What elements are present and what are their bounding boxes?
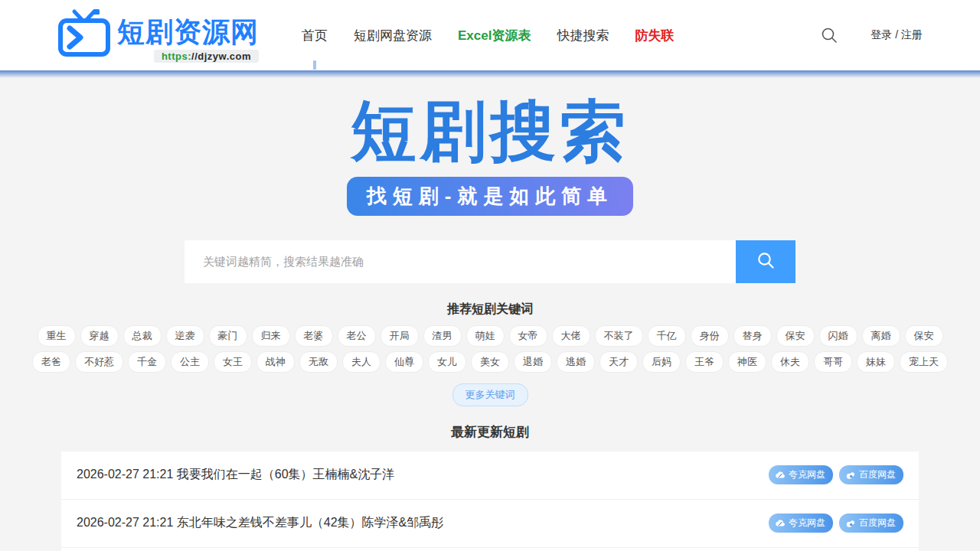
site-logo[interactable]: 短剧资源网 https://djzyw.com [57, 8, 259, 63]
latest-heading: 最新更新短剧 [0, 423, 980, 441]
keywords-heading: 推荐短剧关键词 [0, 302, 980, 318]
header: 短剧资源网 https://djzyw.com 首页短剧网盘资源Excel资源表… [0, 0, 980, 70]
keyword-tag[interactable]: 逆袭 [166, 325, 204, 347]
latest-list: 2026-02-27 21:21 我要我们在一起（60集）王楠楠&沈子洋夸克网盘… [61, 452, 919, 551]
baidu-cloud-icon [845, 470, 856, 481]
keyword-tag[interactable]: 离婚 [862, 325, 900, 347]
keyword-tag[interactable]: 千亿 [648, 325, 686, 347]
keyword-tag[interactable]: 闪婚 [819, 325, 858, 347]
latest-item-title: 2026-02-27 21:21 东北年味之差钱不差事儿（42集）陈学泽&邹禹彤 [77, 515, 443, 531]
hero-tagline: 找短剧-就是如此简单 [347, 177, 634, 216]
search-bar [185, 240, 795, 283]
keyword-tag[interactable]: 妹妹 [857, 351, 895, 373]
keyword-tag[interactable]: 豪门 [209, 325, 247, 347]
keyword-tag[interactable]: 公主 [171, 351, 209, 373]
nav-item-4[interactable]: 防失联 [635, 27, 674, 44]
keyword-tag[interactable]: 无敌 [299, 351, 338, 373]
keyword-tag[interactable]: 哥哥 [814, 351, 852, 373]
baidu-pan-button-label: 百度网盘 [859, 468, 896, 481]
baidu-cloud-icon [845, 518, 856, 529]
latest-item-row[interactable]: 2026-02-27 21:21 东北年味之差钱不差事儿（42集）陈学泽&邹禹彤… [61, 500, 919, 548]
keyword-tag[interactable]: 老公 [338, 325, 376, 347]
keyword-tag[interactable]: 替身 [733, 325, 772, 347]
keyword-tag[interactable]: 王爷 [685, 351, 724, 373]
main-nav: 首页短剧网盘资源Excel资源表快捷搜索防失联 [302, 27, 674, 44]
keyword-tag[interactable]: 萌娃 [466, 325, 505, 347]
latest-item-row[interactable]: 2026-02-27 21:21 我要我们在一起（60集）王楠楠&沈子洋夸克网盘… [61, 452, 919, 500]
quark-cloud-icon [775, 470, 786, 481]
keyword-tag[interactable]: 千金 [128, 351, 166, 373]
site-url-badge: https://djzyw.com [154, 50, 259, 63]
keyword-tag[interactable]: 归来 [252, 325, 290, 347]
keyword-tag[interactable]: 神医 [728, 351, 766, 373]
latest-item-title: 2026-02-27 21:21 我要我们在一起（60集）王楠楠&沈子洋 [77, 467, 394, 483]
login-register-link[interactable]: 登录 / 注册 [871, 28, 923, 42]
keyword-tag[interactable]: 渣男 [423, 325, 462, 347]
header-divider [0, 70, 980, 78]
hero-title: 短剧搜索 [0, 95, 980, 168]
keyword-tag[interactable]: 总裁 [123, 325, 162, 347]
quark-pan-button[interactable]: 夸克网盘 [769, 514, 833, 533]
search-input[interactable] [185, 240, 736, 283]
tv-logo-icon [57, 8, 111, 57]
keyword-tag[interactable]: 宠上天 [900, 351, 948, 373]
search-icon[interactable] [820, 26, 838, 44]
nav-item-1[interactable]: 短剧网盘资源 [354, 27, 432, 44]
keyword-tag[interactable]: 退婚 [514, 351, 552, 373]
keyword-tag[interactable]: 老婆 [295, 325, 333, 347]
quark-cloud-icon [775, 518, 786, 529]
latest-item-row[interactable]: 2026-02-27 21:21 别惹那个瞎子（61集）郑天阳&陈七七夸克网盘百… [61, 548, 919, 551]
tag-row-1: 重生穿越总裁逆袭豪门归来老婆老公开局渣男萌娃女帝大佬不装了千亿身份替身保安闪婚离… [57, 325, 923, 347]
quark-pan-button-label: 夸克网盘 [789, 468, 825, 481]
search-submit-button[interactable] [736, 240, 795, 283]
nav-item-0[interactable]: 首页 [302, 27, 328, 44]
latest-item-buttons: 夸克网盘百度网盘 [769, 514, 903, 533]
keyword-tag[interactable]: 重生 [38, 325, 76, 347]
keyword-tag[interactable]: 不好惹 [75, 351, 123, 373]
keyword-tag[interactable]: 美女 [471, 351, 509, 373]
keyword-tag[interactable]: 逃婚 [557, 351, 595, 373]
keyword-tag[interactable]: 女王 [214, 351, 252, 373]
keyword-tag[interactable]: 女儿 [428, 351, 466, 373]
baidu-pan-button[interactable]: 百度网盘 [839, 465, 903, 484]
keyword-tag[interactable]: 大佬 [552, 325, 590, 347]
magnifier-icon [756, 250, 776, 272]
tag-row-2: 老爸不好惹千金公主女王战神无敌夫人仙尊女儿美女退婚逃婚天才后妈王爷神医休夫哥哥妹… [57, 351, 923, 373]
keyword-tag[interactable]: 战神 [256, 351, 295, 373]
nav-item-3[interactable]: 快捷搜索 [557, 27, 609, 44]
baidu-pan-button-label: 百度网盘 [859, 517, 896, 530]
keyword-tag[interactable]: 天才 [599, 351, 638, 373]
keyword-tags: 重生穿越总裁逆袭豪门归来老婆老公开局渣男萌娃女帝大佬不装了千亿身份替身保安闪婚离… [57, 325, 923, 373]
more-keywords-button[interactable]: 更多关键词 [452, 383, 528, 406]
keyword-tag[interactable]: 保安 [776, 325, 815, 347]
latest-item-buttons: 夸克网盘百度网盘 [769, 465, 903, 484]
keyword-tag[interactable]: 休夫 [771, 351, 809, 373]
keyword-tag[interactable]: 身份 [691, 325, 729, 347]
site-title: 短剧资源网 [117, 15, 259, 50]
site-url-rest: //djzyw.com [191, 51, 251, 62]
keyword-tag[interactable]: 开局 [381, 325, 419, 347]
keyword-tag[interactable]: 女帝 [509, 325, 547, 347]
keyword-tag[interactable]: 不装了 [595, 325, 643, 347]
keyword-tag[interactable]: 穿越 [80, 325, 119, 347]
nav-item-2[interactable]: Excel资源表 [458, 27, 531, 44]
quark-pan-button[interactable]: 夸克网盘 [769, 465, 833, 484]
keyword-tag[interactable]: 后妈 [642, 351, 681, 373]
keyword-tag[interactable]: 老爸 [32, 351, 70, 373]
keyword-tag[interactable]: 保安 [905, 325, 943, 347]
site-url-scheme: https: [162, 51, 191, 62]
quark-pan-button-label: 夸克网盘 [789, 517, 825, 530]
keyword-tag[interactable]: 仙尊 [385, 351, 423, 373]
hero-section: 短剧搜索 找短剧-就是如此简单 [0, 95, 980, 216]
baidu-pan-button[interactable]: 百度网盘 [839, 514, 903, 533]
keyword-tag[interactable]: 夫人 [342, 351, 381, 373]
